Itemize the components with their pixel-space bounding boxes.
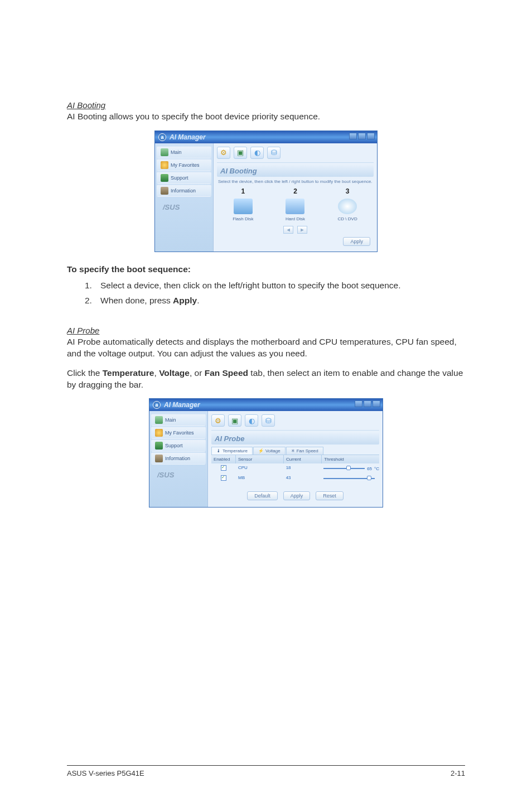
window-controls[interactable] — [349, 133, 375, 139]
boot-priority-number: 2 — [272, 187, 318, 195]
unit-label: °C — [374, 466, 379, 471]
boot-device-label: CD \ DVD — [324, 216, 371, 221]
text: . — [197, 296, 199, 305]
threshold-slider[interactable] — [323, 468, 365, 469]
sidebar-item-main[interactable]: Main — [157, 146, 211, 158]
window-controls[interactable] — [355, 400, 380, 407]
default-button[interactable]: Default — [247, 491, 278, 500]
table-header: Enabled Sensor Current Threshold — [211, 455, 379, 463]
flash-disk-icon — [234, 199, 253, 214]
button-row: Default Apply Reset — [211, 484, 379, 505]
sensor-name: CPU — [236, 465, 284, 472]
toolbar-icon[interactable]: ⛁ — [262, 414, 275, 427]
sidebar-item-label: My Favorites — [171, 162, 200, 168]
support-icon — [161, 174, 168, 182]
app-logo-icon: a — [153, 401, 161, 409]
main-icon — [155, 416, 163, 424]
move-right-button[interactable]: ► — [297, 226, 307, 234]
toolbar-icon[interactable]: ◐ — [245, 414, 258, 427]
sensor-name: MB — [236, 475, 284, 482]
boot-device-3[interactable]: 3 CD \ DVD — [324, 187, 371, 221]
tab-voltage[interactable]: ⚡Voltage — [253, 447, 286, 455]
col-threshold: Threshold — [322, 455, 379, 463]
enable-checkbox[interactable] — [221, 465, 226, 471]
sidebar-item-support[interactable]: Support — [151, 439, 206, 452]
toolbar-icon[interactable]: ▣ — [228, 414, 241, 427]
tab-fan-speed[interactable]: ✳Fan Speed — [286, 447, 323, 455]
step-1: 1. Select a device, then click on the le… — [85, 280, 465, 292]
col-current: Current — [284, 455, 322, 463]
apply-button[interactable]: Apply — [343, 237, 370, 246]
steps-heading: To specify the boot sequence: — [67, 264, 465, 274]
footer-right: 2-11 — [451, 769, 465, 777]
boot-device-2[interactable]: 2 Hard Disk — [272, 187, 318, 221]
ai-probe-heading: AI Probe — [67, 326, 465, 335]
ai-booting-screenshot: a AI Manager Main My Favorites Support I… — [67, 131, 465, 252]
boot-device-1[interactable]: 1 Flash Disk — [220, 187, 267, 221]
sidebar-item-information[interactable]: Information — [157, 185, 211, 197]
cd-dvd-icon — [338, 199, 357, 214]
step-number: 2. — [85, 295, 100, 307]
minimize-icon[interactable] — [349, 133, 357, 139]
maximize-icon[interactable] — [364, 400, 371, 407]
sidebar-item-favorites[interactable]: My Favorites — [157, 159, 211, 171]
favorites-icon — [161, 161, 168, 169]
current-value: 18 — [284, 465, 321, 472]
col-enabled: Enabled — [211, 455, 236, 463]
maximize-icon[interactable] — [358, 133, 366, 139]
tab-label: Voltage — [265, 448, 280, 453]
ai-probe-screenshot: a AI Manager Main My Favorites Support I… — [67, 398, 465, 508]
toolbar-icon[interactable]: ⚙ — [211, 414, 225, 427]
close-icon[interactable] — [367, 133, 375, 139]
sidebar-item-main[interactable]: Main — [151, 414, 206, 426]
window-titlebar: a AI Manager — [149, 399, 383, 411]
boot-priority-number: 3 — [324, 187, 371, 195]
step-text: Select a device, then click on the left/… — [100, 280, 401, 292]
current-value: 43 — [284, 475, 321, 482]
col-sensor: Sensor — [236, 455, 284, 463]
toolbar: ⚙ ▣ ◐ ⛁ — [211, 413, 379, 431]
sidebar-item-label: Main — [165, 417, 176, 423]
toolbar-icon[interactable]: ▣ — [234, 147, 247, 159]
threshold-slider[interactable] — [323, 478, 375, 479]
text-bold: Temperature — [103, 368, 154, 378]
window-title: AI Manager — [170, 133, 206, 141]
sidebar-item-label: Main — [171, 149, 182, 155]
sidebar-item-information[interactable]: Information — [151, 452, 206, 465]
toolbar-icon[interactable]: ⛁ — [267, 147, 280, 159]
enable-checkbox[interactable] — [221, 475, 226, 481]
text: , — [154, 368, 159, 378]
main-icon — [161, 148, 168, 156]
instruction-text: Select the device, then click the left /… — [217, 177, 374, 185]
tab-temperature[interactable]: 🌡Temperature — [211, 447, 253, 455]
sidebar-item-label: My Favorites — [165, 430, 194, 436]
boot-device-label: Hard Disk — [272, 216, 318, 221]
text: , or — [190, 368, 205, 378]
apply-button[interactable]: Apply — [283, 491, 311, 500]
sidebar-item-label: Information — [165, 456, 190, 461]
sidebar-item-favorites[interactable]: My Favorites — [151, 427, 206, 439]
toolbar-icon[interactable]: ◐ — [250, 147, 264, 159]
toolbar-icon[interactable]: ⚙ — [217, 147, 230, 159]
reset-button[interactable]: Reset — [316, 491, 344, 500]
text-bold: Apply — [173, 296, 197, 305]
minimize-icon[interactable] — [355, 400, 362, 407]
favorites-icon — [155, 429, 163, 437]
close-icon[interactable] — [373, 400, 380, 407]
text: When done, press — [100, 296, 173, 305]
sidebar-item-support[interactable]: Support — [157, 172, 211, 184]
fan-icon: ✳ — [291, 448, 295, 453]
boot-device-label: Flash Disk — [220, 216, 267, 221]
ai-probe-desc: AI Probe automatically detects and displ… — [67, 336, 465, 360]
table-row: CPU 18 65 °C — [211, 463, 379, 474]
toolbar: ⚙ ▣ ◐ ⛁ — [217, 146, 374, 163]
move-left-button[interactable]: ◄ — [283, 226, 293, 234]
footer-left: ASUS V-series P5G41E — [67, 769, 144, 777]
text-bold: Fan Speed — [205, 368, 248, 378]
window-title: AI Manager — [164, 401, 200, 409]
thermometer-icon: 🌡 — [216, 448, 221, 453]
asus-logo: /SUS — [149, 465, 207, 482]
step-2: 2. When done, press Apply. — [85, 295, 465, 307]
steps-list: 1. Select a device, then click on the le… — [67, 280, 465, 307]
text-bold: Voltage — [159, 368, 190, 378]
